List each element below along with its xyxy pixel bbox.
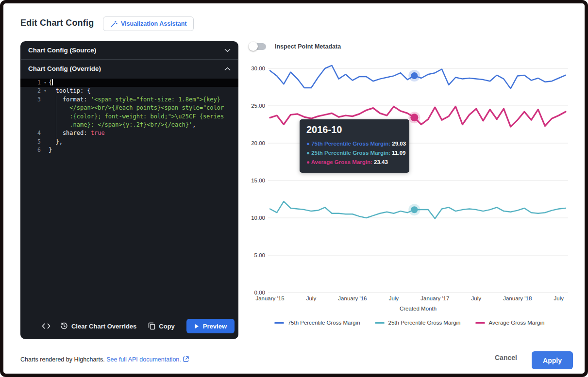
legend-item[interactable]: Average Gross Margin: [475, 320, 545, 326]
code-line[interactable]: 2▾ tooltip: {: [20, 87, 238, 95]
fold-gutter: [42, 96, 49, 104]
code-text: shared: true: [49, 129, 105, 137]
code-line[interactable]: 5 },: [20, 138, 238, 146]
y-axis-label: 25.00: [251, 103, 265, 109]
clear-chart-overrides-button[interactable]: Clear Chart Overrides: [60, 322, 136, 330]
code-text: },: [49, 138, 63, 146]
fold-gutter: [42, 129, 49, 137]
tooltip-row: ● Average Gross Margin: 23.43: [306, 158, 403, 167]
code-line[interactable]: 3 format: '<span style="font-size: 1.8em…: [20, 96, 238, 104]
copy-button[interactable]: Copy: [148, 322, 175, 330]
source-header-label: Chart Config (Source): [28, 47, 96, 54]
text-cursor: [52, 79, 53, 85]
api-documentation-link[interactable]: See full API documentation.: [106, 356, 181, 363]
fold-gutter: [42, 146, 49, 154]
play-icon: [194, 324, 199, 329]
fold-gutter: [42, 104, 49, 112]
line-number: [20, 121, 42, 129]
chart-config-source-header[interactable]: Chart Config (Source): [20, 41, 238, 59]
line-number: 5: [20, 138, 42, 146]
code-line[interactable]: 6}: [20, 146, 238, 154]
line-number: [20, 104, 42, 112]
x-axis-label: January '16: [338, 295, 367, 301]
magic-wand-icon: [110, 20, 118, 28]
code-editor[interactable]: 1▾{2▾ tooltip: {3 format: '<span style="…: [20, 78, 238, 317]
apply-button[interactable]: Apply: [532, 351, 573, 369]
y-axis-label: 0.00: [254, 290, 265, 295]
y-axis-label: 15.00: [251, 178, 265, 183]
fold-caret-icon[interactable]: ▾: [42, 87, 49, 95]
fold-gutter: [42, 138, 49, 146]
line-number: 4: [20, 129, 42, 137]
fold-caret-icon[interactable]: ▾: [42, 79, 49, 87]
legend-label: 75th Percentile Gross Margin: [288, 320, 360, 326]
legend-swatch: [375, 322, 385, 324]
toggle-knob: [249, 42, 258, 51]
line-chart[interactable]: 0.005.0010.0015.0020.0025.0030.00January…: [244, 59, 574, 321]
y-axis-label: 5.00: [254, 252, 265, 258]
edit-chart-config-dialog: Edit Chart Config Visualization Assistan…: [0, 0, 588, 377]
legend-label: Average Gross Margin: [489, 320, 545, 326]
cancel-button[interactable]: Cancel: [495, 354, 517, 361]
data-point-marker[interactable]: [411, 206, 418, 213]
credit-text: Charts rendered by Highcharts.: [20, 356, 105, 363]
chart-legend: 75th Percentile Gross Margin25th Percent…: [246, 320, 572, 326]
code-text: </span><br/>{#each points}<span style="c…: [49, 104, 224, 112]
legend-item[interactable]: 25th Percentile Gross Margin: [375, 320, 461, 326]
fold-gutter: [42, 121, 49, 129]
editor-footer-toolbar: Clear Chart Overrides Copy Preview: [20, 317, 238, 339]
y-axis-label: 30.00: [251, 66, 265, 71]
code-line[interactable]: .name}: </span>{y:.2f}<br/>{/each}',: [20, 121, 238, 129]
highcharts-credit: Charts rendered by Highcharts. See full …: [20, 356, 189, 363]
line-number: 1: [20, 79, 42, 87]
y-axis-label: 20.00: [251, 140, 265, 146]
copy-icon: [148, 322, 155, 330]
code-line[interactable]: 4 shared: true: [20, 129, 238, 137]
x-axis-label: July: [306, 295, 317, 301]
legend-swatch: [274, 322, 284, 324]
chart-tooltip: 2016-10 ● 75th Percentile Gross Margin: …: [300, 119, 409, 173]
line-number: 3: [20, 96, 42, 104]
legend-item[interactable]: 75th Percentile Gross Margin: [274, 320, 360, 326]
tooltip-title: 2016-10: [306, 124, 403, 135]
code-brackets-icon[interactable]: [42, 323, 50, 329]
code-text: .name}: </span>{y:.2f}<br/>{/each}',: [49, 121, 196, 129]
code-text: tooltip: {: [49, 87, 91, 95]
visualization-assistant-button[interactable]: Visualization Assistant: [103, 16, 194, 31]
x-axis-label: July: [389, 295, 399, 301]
inspect-point-metadata-row: Inspect Point Metadata: [249, 42, 341, 51]
x-axis-label: July: [471, 295, 482, 301]
code-text: :{color}; font-weight: bold;">\u25CF {se…: [49, 113, 224, 121]
fold-gutter: [42, 113, 49, 121]
visualization-assistant-label: Visualization Assistant: [121, 20, 186, 27]
x-axis-label: January '17: [420, 295, 449, 301]
chevron-up-icon[interactable]: [224, 67, 231, 71]
override-header-label: Chart Config (Override): [28, 65, 101, 72]
chart-config-override-header[interactable]: Chart Config (Override): [20, 60, 238, 78]
y-axis-label: 10.00: [251, 215, 265, 221]
x-axis-label: January '18: [503, 295, 532, 301]
chevron-down-icon[interactable]: [224, 49, 231, 52]
clear-chart-overrides-label: Clear Chart Overrides: [71, 323, 136, 330]
x-axis-title: Created Month: [400, 306, 437, 311]
code-text: }: [49, 146, 52, 154]
data-point-marker[interactable]: [411, 72, 418, 79]
line-number: 2: [20, 87, 42, 95]
line-number: 6: [20, 146, 42, 154]
history-icon: [60, 322, 68, 330]
preview-label: Preview: [203, 323, 227, 330]
preview-button[interactable]: Preview: [186, 319, 235, 333]
code-text: format: '<span style="font-size: 1.8em">…: [49, 96, 220, 104]
legend-label: 25th Percentile Gross Margin: [388, 320, 461, 326]
code-line[interactable]: </span><br/>{#each points}<span style="c…: [20, 104, 238, 112]
code-line[interactable]: 1▾{: [20, 79, 238, 87]
external-link-icon[interactable]: [183, 356, 189, 362]
code-line[interactable]: :{color}; font-weight: bold;">\u25CF {se…: [20, 113, 238, 121]
x-axis-label: July: [554, 295, 564, 301]
x-axis-label: January '15: [255, 295, 284, 301]
code-text: {: [49, 79, 53, 87]
data-point-marker[interactable]: [410, 114, 418, 121]
inspect-point-metadata-toggle[interactable]: [249, 42, 266, 51]
copy-label: Copy: [159, 323, 175, 330]
chart-config-panel: Chart Config (Source) Chart Config (Over…: [20, 41, 238, 339]
